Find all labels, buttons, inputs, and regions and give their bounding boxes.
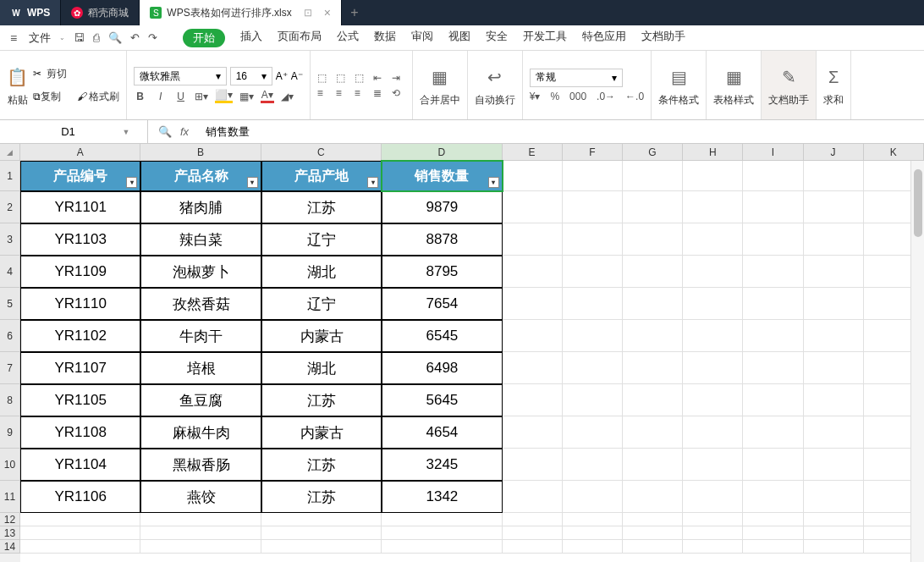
align-middle-icon[interactable]: ⬚ bbox=[336, 72, 349, 84]
table-header-cell[interactable]: 销售数量▾ bbox=[382, 161, 502, 191]
cell[interactable] bbox=[804, 191, 864, 223]
tab-special[interactable]: 特色应用 bbox=[582, 29, 626, 47]
vertical-scrollbar[interactable] bbox=[910, 161, 924, 562]
font-color-button[interactable]: A▾ bbox=[261, 89, 274, 103]
copy-button[interactable]: ⧉复制 bbox=[33, 90, 61, 104]
indent-increase-icon[interactable]: ⇥ bbox=[392, 72, 405, 84]
data-cell[interactable]: YR1109 bbox=[20, 256, 140, 288]
cell[interactable] bbox=[20, 540, 140, 554]
column-header[interactable]: D bbox=[382, 144, 502, 161]
align-top-icon[interactable]: ⬚ bbox=[317, 72, 331, 84]
data-cell[interactable]: 辽宁 bbox=[261, 223, 382, 256]
data-cell[interactable]: 8795 bbox=[382, 256, 502, 288]
tab-insert[interactable]: 插入 bbox=[240, 29, 262, 47]
cell[interactable] bbox=[503, 288, 563, 320]
cell[interactable] bbox=[683, 288, 743, 320]
cell[interactable] bbox=[563, 256, 623, 288]
name-box[interactable]: ▼ bbox=[0, 120, 148, 143]
cell[interactable] bbox=[804, 256, 864, 288]
data-cell[interactable]: YR1102 bbox=[20, 320, 140, 352]
cell[interactable] bbox=[563, 416, 623, 449]
column-header[interactable]: G bbox=[623, 144, 683, 161]
table-header-cell[interactable]: 产品编号▾ bbox=[20, 161, 140, 191]
data-cell[interactable]: 湖北 bbox=[261, 256, 382, 288]
save-icon[interactable]: 🖫 bbox=[74, 31, 85, 44]
cell[interactable] bbox=[563, 223, 623, 256]
bold-button[interactable]: B bbox=[134, 91, 147, 102]
data-cell[interactable]: 6498 bbox=[382, 352, 502, 384]
cell[interactable] bbox=[503, 161, 563, 191]
row-header[interactable]: 12 bbox=[0, 513, 20, 526]
data-cell[interactable]: 江苏 bbox=[261, 191, 382, 223]
data-cell[interactable]: 江苏 bbox=[261, 481, 382, 513]
chevron-down-icon[interactable]: ▼ bbox=[123, 128, 130, 136]
row-header[interactable]: 2 bbox=[0, 191, 20, 223]
cell[interactable] bbox=[683, 526, 743, 540]
font-size-select[interactable]: 16▾ bbox=[230, 67, 272, 85]
cell[interactable] bbox=[623, 352, 683, 384]
fill-color-button[interactable]: ⬜▾ bbox=[215, 89, 233, 103]
cell[interactable] bbox=[623, 320, 683, 352]
cell[interactable] bbox=[503, 256, 563, 288]
align-bottom-icon[interactable]: ⬚ bbox=[355, 72, 368, 84]
data-cell[interactable]: 辽宁 bbox=[261, 288, 382, 320]
print-icon[interactable]: ⎙ bbox=[93, 31, 100, 44]
tab-dev-tools[interactable]: 开发工具 bbox=[523, 29, 567, 47]
cell[interactable] bbox=[743, 540, 803, 554]
wrap-text-button[interactable]: ↩ 自动换行 bbox=[475, 63, 515, 107]
cell[interactable] bbox=[743, 352, 803, 384]
cell[interactable] bbox=[743, 449, 803, 481]
align-justify-icon[interactable]: ≣ bbox=[373, 87, 387, 99]
decrease-font-icon[interactable]: A⁻ bbox=[291, 70, 303, 82]
row-header[interactable]: 7 bbox=[0, 352, 20, 384]
cell[interactable] bbox=[563, 288, 623, 320]
table-header-cell[interactable]: 产品名称▾ bbox=[140, 161, 261, 191]
data-cell[interactable]: 5645 bbox=[382, 384, 502, 416]
cell[interactable] bbox=[563, 481, 623, 513]
cell[interactable] bbox=[623, 256, 683, 288]
cell[interactable] bbox=[683, 161, 743, 191]
select-all-corner[interactable]: ◢ bbox=[0, 144, 20, 161]
data-cell[interactable]: 燕饺 bbox=[140, 481, 261, 513]
cell[interactable] bbox=[683, 481, 743, 513]
border-button[interactable]: ⊞▾ bbox=[195, 91, 208, 102]
cell[interactable] bbox=[804, 481, 864, 513]
data-cell[interactable]: YR1106 bbox=[20, 481, 140, 513]
align-center-icon[interactable]: ≡ bbox=[336, 87, 349, 99]
cell[interactable] bbox=[503, 526, 563, 540]
cell[interactable] bbox=[804, 320, 864, 352]
cell[interactable] bbox=[683, 256, 743, 288]
cell[interactable] bbox=[140, 513, 261, 526]
filter-button[interactable]: ▾ bbox=[488, 177, 499, 188]
tab-mall[interactable]: ✿ 稻壳商城 bbox=[61, 0, 140, 25]
cell[interactable] bbox=[623, 191, 683, 223]
data-cell[interactable]: 湖北 bbox=[261, 352, 382, 384]
indent-decrease-icon[interactable]: ⇤ bbox=[373, 72, 387, 84]
cell[interactable] bbox=[563, 384, 623, 416]
data-cell[interactable]: 7654 bbox=[382, 288, 502, 320]
table-style-button[interactable]: ▦ 表格样式 bbox=[713, 63, 754, 107]
data-cell[interactable]: YR1108 bbox=[20, 416, 140, 449]
cell[interactable] bbox=[503, 320, 563, 352]
cell[interactable] bbox=[503, 352, 563, 384]
chevron-down-icon[interactable]: ⌄ bbox=[59, 34, 65, 41]
cell[interactable] bbox=[382, 526, 502, 540]
align-right-icon[interactable]: ≡ bbox=[355, 87, 368, 99]
cell[interactable] bbox=[261, 540, 382, 554]
conditional-format-button[interactable]: ▤ 条件格式 bbox=[658, 63, 699, 107]
row-header[interactable]: 9 bbox=[0, 416, 20, 449]
cell[interactable] bbox=[623, 526, 683, 540]
data-cell[interactable]: 泡椒萝卜 bbox=[140, 256, 261, 288]
data-cell[interactable]: 内蒙古 bbox=[261, 416, 382, 449]
cell[interactable] bbox=[683, 320, 743, 352]
data-cell[interactable]: 1342 bbox=[382, 481, 502, 513]
orientation-icon[interactable]: ⟲ bbox=[392, 87, 405, 99]
cell[interactable] bbox=[623, 540, 683, 554]
data-cell[interactable]: 孜然香菇 bbox=[140, 288, 261, 320]
cell[interactable] bbox=[563, 352, 623, 384]
sum-button[interactable]: Σ 求和 bbox=[823, 63, 844, 107]
data-cell[interactable]: 黑椒香肠 bbox=[140, 449, 261, 481]
cell[interactable] bbox=[563, 526, 623, 540]
format-painter-button[interactable]: 🖌格式刷 bbox=[77, 90, 119, 104]
preview-icon[interactable]: 🔍 bbox=[108, 31, 122, 44]
